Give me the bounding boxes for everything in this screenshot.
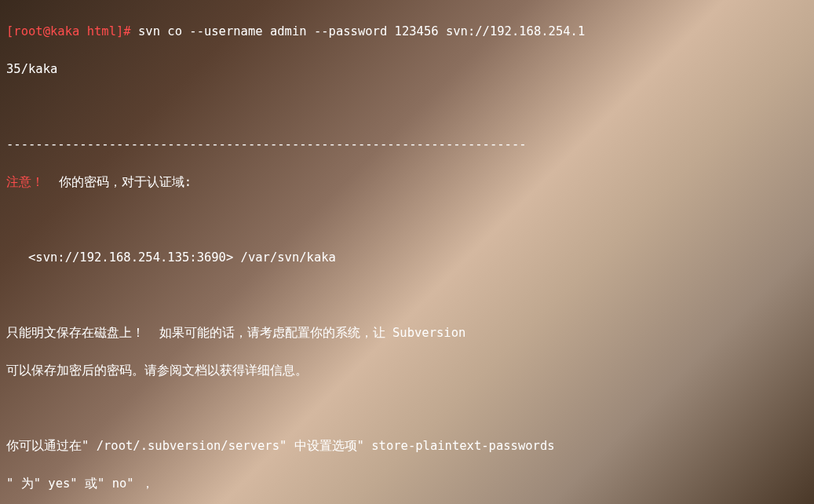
dash-line: ----------------------------------------…: [6, 135, 808, 154]
cmd-svn-co-cont: 35/kaka: [6, 60, 808, 79]
warning-1: 只能明文保存在磁盘上！ 如果可能的话，请考虑配置你的系统，让 Subversio…: [6, 323, 808, 342]
attention-label: 注意！: [6, 175, 44, 189]
prompt: [root@kaka html]#: [6, 24, 131, 38]
terminal-output: [root@kaka html]# svn co --username admi…: [6, 3, 808, 504]
attention-text: 你的密码，对于认证域:: [44, 175, 192, 189]
warning-4: " 为" yes" 或" no" ，: [6, 474, 808, 493]
warning-3: 你可以通过在" /root/.subversion/servers" 中设置选项…: [6, 436, 808, 455]
cmd-svn-co: svn co --username admin --password 12345…: [131, 24, 586, 38]
svn-realm: <svn://192.168.254.135:3690> /var/svn/ka…: [6, 248, 808, 267]
warning-2: 可以保存加密后的密码。请参阅文档以获得详细信息。: [6, 361, 808, 380]
